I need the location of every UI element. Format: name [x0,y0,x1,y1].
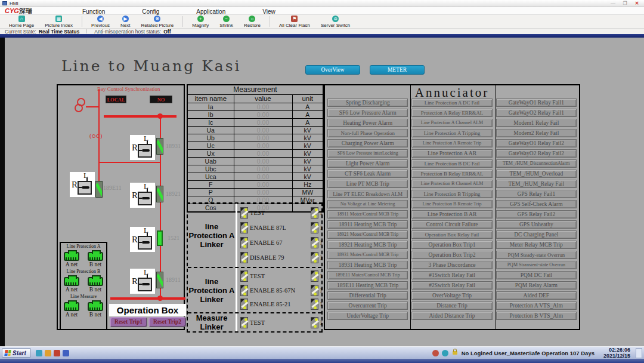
annunciator-tile[interactable]: Protection B VTS_Alm [496,312,577,320]
annunciator-tile[interactable]: Meter Relay MCB Trip [496,241,577,249]
linker-switch-icon[interactable] [240,317,248,328]
annunciator-tile[interactable]: Protection A Relay ERR&AL [411,109,492,117]
breaker-18931[interactable]: RL [130,135,155,160]
annunciator-tile[interactable]: Line PT MCB Trip [327,180,408,188]
menu-application[interactable]: Application [196,8,225,15]
breaker-18911[interactable]: RL [130,269,155,294]
annunciator-tile[interactable]: 189E11 Moter/Control MCB Trip [327,271,408,279]
annunciator-tile[interactable]: TEM_/HUM_Overload [496,170,577,178]
annunciator-tile[interactable]: Line Protection A Tripping [411,129,492,137]
annunciator-tile[interactable]: TEM_/HUM_Relay Fail [496,180,577,188]
linker-switch-icon[interactable] [311,237,318,248]
tray-alert-icon[interactable] [432,350,439,356]
annunciator-tile[interactable]: Protection A VTS_Alm [496,302,577,310]
annunciator-tile[interactable]: 18921 Heating MCB Trip [327,241,408,249]
breaker-18921[interactable]: RL [130,183,155,208]
toolbar-next[interactable]: ▶Next [115,15,135,28]
toolbar-magnify[interactable]: +Magnify [187,15,214,28]
annunciator-tile[interactable]: CT SF6 Leak Alarm [327,170,408,178]
annunciator-tile[interactable]: Line Protection A AR [411,149,492,158]
toolbar-related-picture[interactable]: ❋Related Picture [136,15,179,28]
linker-switch-icon[interactable] [311,222,318,233]
linker-switch-icon[interactable] [311,270,318,282]
toolbar-previous[interactable]: ◀Previous [86,15,115,28]
annunciator-tile[interactable]: GPS Relay Fail1 [496,190,577,198]
annunciator-tile[interactable]: SF6 Low Pressure interLocking [327,149,408,158]
breaker-1521[interactable]: RL [130,227,155,252]
annunciator-tile[interactable]: Line Protection A Channel ALM [411,119,492,127]
annunciator-tile[interactable]: 18921 Moter/Control MCB Trip [327,230,408,239]
linker-switch-icon[interactable] [240,285,248,296]
annunciator-tile[interactable]: 3 Phase Discordance [411,261,492,269]
annunciator-tile[interactable]: PQM Steady-state Overrun [496,251,577,259]
annunciator-tile[interactable]: PQM DC Fail [496,271,577,279]
start-button[interactable]: Start [2,348,31,358]
annunciator-tile[interactable]: GateWayO2 Relay Fail1 [496,109,577,117]
annunciator-tile[interactable]: Modem2 Relay Fail [496,129,577,137]
quicklaunch-icon[interactable] [45,350,51,356]
linker-switch-icon[interactable] [311,299,318,310]
menu-config[interactable]: Config [142,8,159,15]
linker-switch-icon[interactable] [240,270,248,282]
annunciator-tile[interactable]: PQM Stransient-state Overrun [496,261,577,269]
annunciator-tile[interactable]: Differential Trip [327,291,408,300]
annunciator-tile[interactable]: Distance Trip [411,302,492,310]
annunciator-tile[interactable]: SF6 Low Pressure Alarm [327,109,408,117]
minimize-button[interactable]: — [608,1,618,6]
linker-switch-icon[interactable] [311,252,318,263]
annunciator-tile[interactable]: #2Switch Relay Fail [411,281,492,290]
annunciator-tile[interactable]: 18911 Moter/Control MCB Trip [327,210,408,219]
disconnector-1521[interactable] [157,230,163,246]
meter-button[interactable]: METER [370,65,425,75]
close-button[interactable]: ✕ [632,1,642,6]
annunciator-tile[interactable]: Line Protection B Channel ALM [411,180,492,188]
annunciator-tile[interactable]: Operation Box Trip1 [411,241,492,249]
annunciator-tile[interactable]: 18931 Moter/Control MCB Trip [327,251,408,259]
annunciator-tile[interactable]: OverVoltage Trip [411,291,492,300]
annunciator-tile[interactable]: GPS Unheathy [496,220,577,229]
annunciator-tile[interactable]: Light Power Alarm [327,159,408,168]
annunciator-tile[interactable]: GPS Relay Fail2 [496,210,577,219]
annunciator-tile[interactable]: Line Protection B DC Fail [411,159,492,168]
annunciator-tile[interactable]: Line Protection A DC Fail [411,99,492,107]
annunciator-tile[interactable]: Heating Power Alarm [327,119,408,127]
linker-switch-icon[interactable] [240,237,248,248]
breaker-189E11[interactable]: RL [70,172,95,197]
annunciator-tile[interactable]: Operation Box Trip2 [411,251,492,259]
linker-switch-icon[interactable] [311,285,318,296]
toolbar-shrink[interactable]: −Shrink [214,15,239,28]
quicklaunch-icon[interactable] [54,350,60,356]
annunciator-tile[interactable]: TEM_/HUM_DisconnectionAlarm [496,159,577,168]
annunciator-tile[interactable]: #1Switch Relay Fail [411,271,492,279]
annunciator-tile[interactable]: Charging Power Alarm [327,139,408,147]
annunciator-tile[interactable]: GateWayO1 Relay Fail1 [496,99,577,107]
linker-switch-icon[interactable] [240,207,248,219]
quicklaunch-icon[interactable] [36,350,42,356]
toolbar-all-clear-flash[interactable]: ⚑All Clear Flash [274,15,315,28]
annunciator-tile[interactable]: Non-full Phase Operation [327,129,408,137]
annunciator-tile[interactable]: Line Protection B Tripping [411,190,492,198]
maximize-button[interactable]: ❐ [620,1,630,6]
annunciator-tile[interactable]: Modem1 Relay Fail [496,119,577,127]
linker-switch-icon[interactable] [311,207,318,219]
quicklaunch-icon[interactable] [63,350,69,356]
annunciator-tile[interactable]: Operation Box Relay Fail [411,230,492,239]
toolbar-restore[interactable]: ○Restore [239,15,266,28]
show-desktop-button[interactable] [636,348,642,358]
annunciator-tile[interactable]: No Voltage at Line Metering [327,200,408,208]
linker-switch-icon[interactable] [311,317,318,328]
annunciator-tile[interactable]: UnderVoltage Trip [327,312,408,320]
annunciator-tile[interactable]: 189E11 Heating MCB Trip [327,281,408,290]
annunciator-tile[interactable]: Control Circuit Failure [411,220,492,229]
menu-function[interactable]: Function [82,8,105,15]
annunciator-tile[interactable]: Line PT ELEC Breakdown ALM [327,190,408,198]
overview-button[interactable]: OverView [305,65,360,75]
toolbar-server-switch[interactable]: ⊜Server Switch [315,15,355,28]
annunciator-tile[interactable]: 18931 Heating MCB Trip [327,261,408,269]
annunciator-tile[interactable]: Aided DEF [496,291,577,300]
disconnector-18911[interactable] [156,272,163,288]
annunciator-tile[interactable]: DC Charging Panel [496,230,577,239]
menu-view[interactable]: View [262,8,275,15]
annunciator-tile[interactable]: PQM Relay Alarm [496,281,577,290]
annunciator-tile[interactable]: Aided Distance Trip [411,312,492,320]
